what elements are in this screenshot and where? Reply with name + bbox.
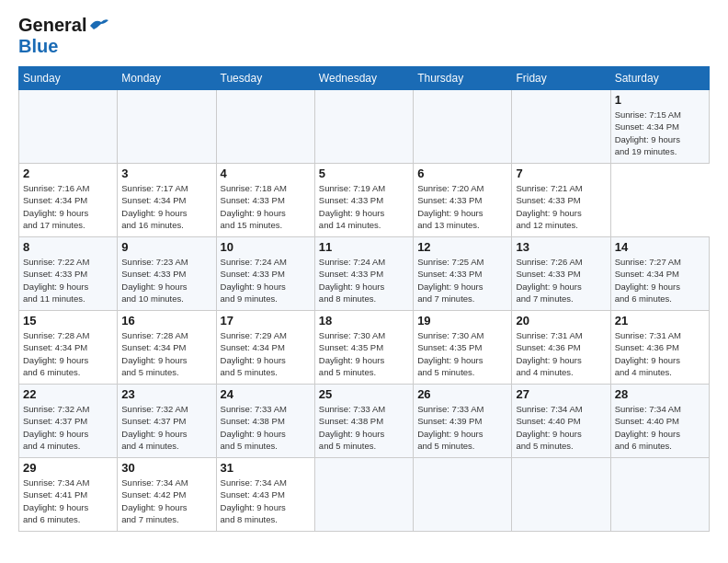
day-number: 20 — [516, 314, 606, 327]
calendar-day-17: 17Sunrise: 7:29 AMSunset: 4:34 PMDayligh… — [216, 311, 314, 385]
calendar-day-1: 1Sunrise: 7:15 AMSunset: 4:34 PMDaylight… — [610, 90, 709, 164]
day-info: Sunrise: 7:21 AMSunset: 4:33 PMDaylight:… — [516, 182, 606, 231]
day-number: 5 — [319, 167, 409, 180]
day-info: Sunrise: 7:34 AMSunset: 4:41 PMDaylight:… — [23, 477, 113, 525]
logo-general: General — [18, 15, 86, 36]
day-number: 28 — [615, 387, 705, 401]
day-info: Sunrise: 7:32 AMSunset: 4:37 PMDaylight:… — [23, 403, 113, 452]
calendar-day-18: 18Sunrise: 7:30 AMSunset: 4:35 PMDayligh… — [314, 311, 413, 385]
day-info: Sunrise: 7:19 AMSunset: 4:33 PMDaylight:… — [319, 182, 409, 231]
day-number: 2 — [23, 167, 113, 180]
empty-cell — [216, 90, 314, 164]
day-info: Sunrise: 7:28 AMSunset: 4:34 PMDaylight:… — [121, 329, 211, 378]
calendar-day-28: 28Sunrise: 7:34 AMSunset: 4:40 PMDayligh… — [610, 385, 709, 458]
calendar-day-30: 30Sunrise: 7:34 AMSunset: 4:42 PMDayligh… — [118, 458, 216, 532]
calendar-day-24: 24Sunrise: 7:33 AMSunset: 4:38 PMDayligh… — [216, 385, 314, 458]
day-number: 8 — [23, 240, 113, 254]
day-number: 21 — [615, 314, 705, 327]
calendar-week-3: 8Sunrise: 7:22 AMSunset: 4:33 PMDaylight… — [19, 237, 710, 311]
calendar-day-21: 21Sunrise: 7:31 AMSunset: 4:36 PMDayligh… — [610, 311, 709, 385]
logo-blue: Blue — [18, 36, 58, 56]
calendar-header-tuesday: Tuesday — [216, 67, 314, 90]
calendar-day-26: 26Sunrise: 7:33 AMSunset: 4:39 PMDayligh… — [414, 385, 512, 458]
day-number: 6 — [417, 167, 507, 180]
calendar-day-8: 8Sunrise: 7:22 AMSunset: 4:33 PMDaylight… — [19, 237, 118, 311]
calendar-day-25: 25Sunrise: 7:33 AMSunset: 4:38 PMDayligh… — [314, 385, 413, 458]
day-info: Sunrise: 7:29 AMSunset: 4:34 PMDaylight:… — [221, 329, 311, 378]
calendar-header-sunday: Sunday — [19, 67, 118, 90]
day-info: Sunrise: 7:20 AMSunset: 4:33 PMDaylight:… — [417, 182, 507, 231]
calendar-day-23: 23Sunrise: 7:32 AMSunset: 4:37 PMDayligh… — [118, 385, 216, 458]
calendar-day-13: 13Sunrise: 7:26 AMSunset: 4:33 PMDayligh… — [512, 237, 610, 311]
calendar-week-1: 1Sunrise: 7:15 AMSunset: 4:34 PMDaylight… — [19, 90, 710, 164]
logo-bird-icon — [88, 17, 108, 33]
calendar-header-monday: Monday — [118, 67, 216, 90]
logo: General Blue — [18, 15, 108, 57]
day-info: Sunrise: 7:23 AMSunset: 4:33 PMDaylight:… — [121, 256, 211, 304]
empty-cell — [512, 458, 610, 532]
day-info: Sunrise: 7:18 AMSunset: 4:33 PMDaylight:… — [221, 182, 311, 231]
day-number: 11 — [319, 240, 409, 254]
day-info: Sunrise: 7:32 AMSunset: 4:37 PMDaylight:… — [121, 403, 211, 452]
day-info: Sunrise: 7:34 AMSunset: 4:42 PMDaylight:… — [121, 477, 211, 525]
empty-cell — [19, 90, 118, 164]
day-info: Sunrise: 7:26 AMSunset: 4:33 PMDaylight:… — [516, 256, 606, 304]
day-number: 17 — [221, 314, 311, 327]
calendar-week-5: 22Sunrise: 7:32 AMSunset: 4:37 PMDayligh… — [19, 385, 710, 458]
day-info: Sunrise: 7:17 AMSunset: 4:34 PMDaylight:… — [121, 182, 211, 231]
day-number: 22 — [23, 387, 113, 401]
day-number: 12 — [417, 240, 507, 254]
day-info: Sunrise: 7:33 AMSunset: 4:39 PMDaylight:… — [417, 403, 507, 452]
day-info: Sunrise: 7:31 AMSunset: 4:36 PMDaylight:… — [615, 329, 705, 378]
calendar-day-14: 14Sunrise: 7:27 AMSunset: 4:34 PMDayligh… — [610, 237, 709, 311]
day-number: 1 — [615, 93, 705, 107]
day-info: Sunrise: 7:24 AMSunset: 4:33 PMDaylight:… — [319, 256, 409, 304]
calendar-table: SundayMondayTuesdayWednesdayThursdayFrid… — [18, 66, 710, 532]
day-info: Sunrise: 7:24 AMSunset: 4:33 PMDaylight:… — [221, 256, 311, 304]
calendar-day-22: 22Sunrise: 7:32 AMSunset: 4:37 PMDayligh… — [19, 385, 118, 458]
empty-cell — [414, 458, 512, 532]
page: General Blue SundayMondayTuesdayWednesda… — [0, 0, 728, 563]
empty-cell — [414, 90, 512, 164]
calendar-day-5: 5Sunrise: 7:19 AMSunset: 4:33 PMDaylight… — [314, 164, 413, 237]
calendar-header-thursday: Thursday — [414, 67, 512, 90]
calendar-day-10: 10Sunrise: 7:24 AMSunset: 4:33 PMDayligh… — [216, 237, 314, 311]
day-number: 29 — [23, 461, 113, 475]
calendar-day-27: 27Sunrise: 7:34 AMSunset: 4:40 PMDayligh… — [512, 385, 610, 458]
day-info: Sunrise: 7:16 AMSunset: 4:34 PMDaylight:… — [23, 182, 113, 231]
day-info: Sunrise: 7:30 AMSunset: 4:35 PMDaylight:… — [417, 329, 507, 378]
calendar-day-3: 3Sunrise: 7:17 AMSunset: 4:34 PMDaylight… — [118, 164, 216, 237]
calendar-day-11: 11Sunrise: 7:24 AMSunset: 4:33 PMDayligh… — [314, 237, 413, 311]
day-info: Sunrise: 7:28 AMSunset: 4:34 PMDaylight:… — [23, 329, 113, 378]
day-info: Sunrise: 7:30 AMSunset: 4:35 PMDaylight:… — [319, 329, 409, 378]
calendar-header-friday: Friday — [512, 67, 610, 90]
calendar-day-6: 6Sunrise: 7:20 AMSunset: 4:33 PMDaylight… — [414, 164, 512, 237]
day-number: 10 — [221, 240, 311, 254]
day-number: 27 — [516, 387, 606, 401]
calendar-header-wednesday: Wednesday — [314, 67, 413, 90]
day-info: Sunrise: 7:15 AMSunset: 4:34 PMDaylight:… — [615, 109, 705, 157]
day-number: 26 — [417, 387, 507, 401]
calendar-day-16: 16Sunrise: 7:28 AMSunset: 4:34 PMDayligh… — [118, 311, 216, 385]
day-number: 18 — [319, 314, 409, 327]
calendar-day-15: 15Sunrise: 7:28 AMSunset: 4:34 PMDayligh… — [19, 311, 118, 385]
day-number: 24 — [221, 387, 311, 401]
calendar-header-row: SundayMondayTuesdayWednesdayThursdayFrid… — [19, 67, 710, 90]
empty-cell — [314, 458, 413, 532]
empty-cell — [314, 90, 413, 164]
day-number: 31 — [221, 461, 311, 475]
calendar-day-29: 29Sunrise: 7:34 AMSunset: 4:41 PMDayligh… — [19, 458, 118, 532]
day-number: 15 — [23, 314, 113, 327]
day-number: 23 — [121, 387, 211, 401]
day-number: 7 — [516, 167, 606, 180]
day-info: Sunrise: 7:25 AMSunset: 4:33 PMDaylight:… — [417, 256, 507, 304]
calendar-day-31: 31Sunrise: 7:34 AMSunset: 4:43 PMDayligh… — [216, 458, 314, 532]
empty-cell — [610, 458, 709, 532]
calendar-week-4: 15Sunrise: 7:28 AMSunset: 4:34 PMDayligh… — [19, 311, 710, 385]
day-info: Sunrise: 7:34 AMSunset: 4:40 PMDaylight:… — [516, 403, 606, 452]
calendar-day-20: 20Sunrise: 7:31 AMSunset: 4:36 PMDayligh… — [512, 311, 610, 385]
calendar-day-19: 19Sunrise: 7:30 AMSunset: 4:35 PMDayligh… — [414, 311, 512, 385]
day-info: Sunrise: 7:33 AMSunset: 4:38 PMDaylight:… — [319, 403, 409, 452]
day-info: Sunrise: 7:34 AMSunset: 4:43 PMDaylight:… — [221, 477, 311, 525]
calendar-week-6: 29Sunrise: 7:34 AMSunset: 4:41 PMDayligh… — [19, 458, 710, 532]
